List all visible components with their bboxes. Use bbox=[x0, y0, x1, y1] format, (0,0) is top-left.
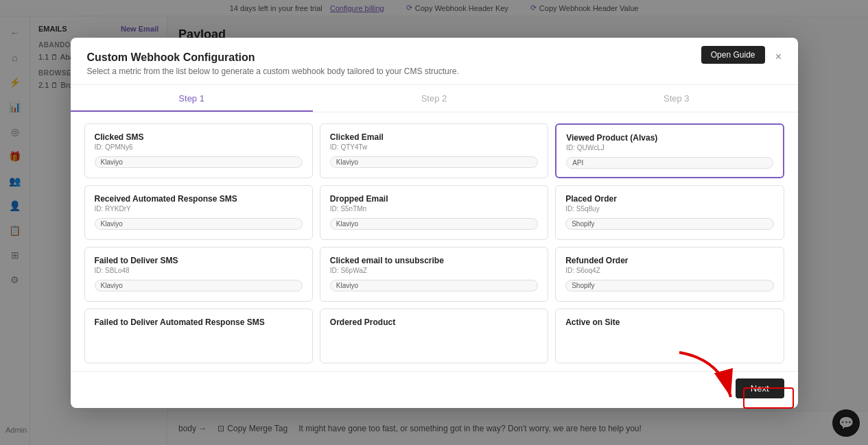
metric-card-dropped-email[interactable]: Dropped Email ID: S5nTMn Klaviyo bbox=[320, 185, 548, 240]
modal-overlay: Custom Webhook Configuration Select a me… bbox=[0, 0, 868, 445]
metric-card-failed-auto-sms[interactable]: Failed to Deliver Automated Response SMS bbox=[84, 309, 313, 363]
metric-card-failed-sms[interactable]: Failed to Deliver SMS ID: SBLo48 Klaviyo bbox=[84, 247, 313, 302]
metric-name: Refunded Order bbox=[565, 256, 773, 265]
tab-step-2[interactable]: Step 2 bbox=[313, 85, 555, 112]
metric-id: ID: S6pWaZ bbox=[330, 267, 538, 274]
metric-id: ID: QPMNy6 bbox=[95, 143, 303, 151]
metric-name: Clicked SMS bbox=[95, 132, 303, 142]
metric-name: Ordered Product bbox=[330, 317, 538, 327]
metric-badge: Shopify bbox=[565, 218, 773, 230]
metric-badge: Klaviyo bbox=[95, 280, 303, 291]
metric-name: Active on Site bbox=[565, 317, 773, 327]
metric-id: ID: RYKDrY bbox=[95, 205, 303, 213]
metric-card-active-on-site[interactable]: Active on Site bbox=[555, 309, 784, 363]
metric-badge: Klaviyo bbox=[330, 218, 538, 230]
metric-id: ID: QTY4Tw bbox=[330, 143, 538, 151]
metric-card-ordered-product[interactable]: Ordered Product bbox=[320, 309, 548, 363]
metric-id: ID: QUWcLJ bbox=[566, 144, 773, 152]
metric-id: ID: S5q8uy bbox=[565, 205, 773, 213]
metric-name: Failed to Deliver Automated Response SMS bbox=[95, 317, 303, 327]
next-button[interactable]: Next bbox=[736, 378, 784, 398]
modal-subtitle: Select a metric from the list below to g… bbox=[87, 67, 782, 76]
open-guide-button[interactable]: Open Guide bbox=[701, 46, 765, 64]
metric-card-refunded-order[interactable]: Refunded Order ID: S6oq4Z Shopify bbox=[555, 247, 784, 302]
metric-name: Viewed Product (Alvas) bbox=[566, 133, 773, 143]
metric-badge: Klaviyo bbox=[330, 156, 538, 168]
metric-card-clicked-unsubscribe[interactable]: Clicked email to unsubscribe ID: S6pWaZ … bbox=[320, 247, 548, 302]
metric-name: Clicked email to unsubscribe bbox=[330, 256, 538, 265]
modal: Custom Webhook Configuration Select a me… bbox=[71, 38, 798, 408]
metric-grid: Clicked SMS ID: QPMNy6 Klaviyo Clicked E… bbox=[84, 123, 784, 363]
modal-footer: Next bbox=[71, 371, 798, 408]
metric-badge: API bbox=[566, 157, 773, 169]
modal-header: Custom Webhook Configuration Select a me… bbox=[71, 38, 798, 85]
modal-title: Custom Webhook Configuration bbox=[87, 51, 782, 64]
modal-close-button[interactable]: × bbox=[771, 49, 787, 65]
metric-name: Placed Order bbox=[565, 194, 773, 204]
metric-badge: Klaviyo bbox=[95, 156, 303, 168]
modal-tabs: Step 1 Step 2 Step 3 bbox=[71, 85, 798, 112]
tab-step-1[interactable]: Step 1 bbox=[71, 85, 313, 112]
metric-id: ID: S5nTMn bbox=[330, 205, 538, 213]
metric-badge: Klaviyo bbox=[95, 218, 303, 230]
modal-body: Clicked SMS ID: QPMNy6 Klaviyo Clicked E… bbox=[71, 112, 798, 371]
metric-name: Failed to Deliver SMS bbox=[95, 256, 303, 265]
metric-card-viewed-product[interactable]: Viewed Product (Alvas) ID: QUWcLJ API bbox=[555, 123, 784, 178]
metric-card-clicked-sms[interactable]: Clicked SMS ID: QPMNy6 Klaviyo bbox=[84, 123, 313, 178]
metric-name: Dropped Email bbox=[330, 194, 538, 204]
metric-name: Clicked Email bbox=[330, 132, 538, 142]
tab-step-3[interactable]: Step 3 bbox=[555, 85, 797, 112]
metric-id: ID: SBLo48 bbox=[95, 267, 303, 274]
metric-name: Received Automated Response SMS bbox=[95, 194, 303, 204]
metric-id: ID: S6oq4Z bbox=[565, 267, 773, 274]
metric-card-clicked-email[interactable]: Clicked Email ID: QTY4Tw Klaviyo bbox=[320, 123, 548, 178]
metric-card-received-sms[interactable]: Received Automated Response SMS ID: RYKD… bbox=[84, 185, 313, 240]
metric-card-placed-order[interactable]: Placed Order ID: S5q8uy Shopify bbox=[555, 185, 784, 240]
metric-badge: Klaviyo bbox=[330, 280, 538, 291]
metric-badge: Shopify bbox=[565, 280, 773, 291]
